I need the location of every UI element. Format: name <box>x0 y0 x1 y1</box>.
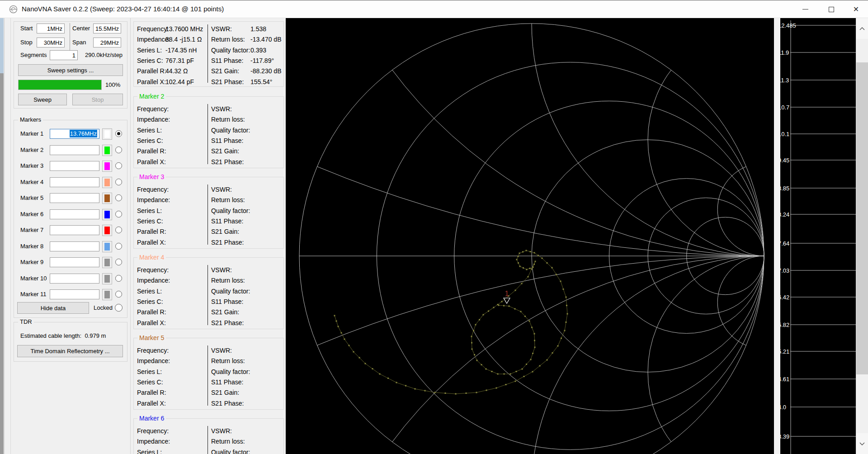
marker-data-section: Frequency:13.7600 MHzVSWR:1.538Impedance… <box>133 21 284 87</box>
marker-select-radio[interactable] <box>115 275 122 282</box>
edge-strip-top <box>0 18 4 73</box>
field-label: Frequency: <box>137 427 169 435</box>
section-column-divider <box>208 104 208 164</box>
close-button[interactable]: ✕ <box>844 1 868 18</box>
marker-color-fill <box>104 162 110 170</box>
title-bar: NanoVNA Saver 0.2.2 (Sweep: 2023-04-27 1… <box>0 0 868 18</box>
edge-strip-bottom <box>0 73 4 454</box>
marker-select-radio[interactable] <box>115 147 122 153</box>
field-label: VSWR: <box>211 105 232 113</box>
sweep-progress-bar <box>18 80 102 90</box>
marker-frequency-input[interactable] <box>50 241 99 251</box>
marker-color-swatch[interactable] <box>102 241 112 252</box>
marker-color-swatch[interactable] <box>102 289 112 300</box>
section-column-divider <box>208 24 208 83</box>
marker-row-label: Marker 9 <box>20 257 43 267</box>
marker-color-swatch[interactable] <box>102 193 112 204</box>
segments-input[interactable] <box>50 50 78 60</box>
field-label: Frequency: <box>137 25 169 33</box>
field-label: S21 Gain: <box>211 228 239 236</box>
marker-color-swatch[interactable] <box>102 161 112 172</box>
marker-section-title: Marker 5 <box>137 335 166 341</box>
marker-color-swatch[interactable] <box>102 209 112 220</box>
marker-row-label: Marker 11 <box>20 289 47 299</box>
tdr-button[interactable]: Time Domain Reflectometry ... <box>17 345 123 357</box>
smith-chart[interactable]: 1 <box>286 18 774 454</box>
field-label: S21 Phase: <box>211 400 244 407</box>
marker-frequency-input[interactable] <box>50 145 99 155</box>
marker-frequency-input[interactable] <box>50 274 99 284</box>
field-label: Parallel R: <box>137 389 166 397</box>
scroll-up-button[interactable] <box>856 18 868 39</box>
field-label: Parallel X: <box>137 319 166 327</box>
marker-select-radio[interactable] <box>115 130 122 137</box>
stop-input[interactable] <box>37 38 65 47</box>
marker-frequency-input[interactable] <box>50 257 99 267</box>
field-value: 102.44 pF <box>165 78 194 86</box>
marker-frequency-input[interactable]: 13.76MHz <box>50 129 99 139</box>
marker-row-label: Marker 10 <box>20 274 47 284</box>
stop-label: Stop <box>20 38 33 47</box>
marker-frequency-input[interactable] <box>50 209 99 219</box>
marker-color-swatch[interactable] <box>102 145 112 156</box>
vertical-scrollbar[interactable] <box>856 18 868 454</box>
cable-length-label-text: Estimated cable length: <box>20 332 81 339</box>
marker-select-radio[interactable] <box>115 179 122 185</box>
marker-color-swatch[interactable] <box>102 225 112 236</box>
marker-select-radio[interactable] <box>115 162 122 169</box>
marker-section-title: Marker 4 <box>137 254 166 261</box>
marker-frequency-input[interactable] <box>50 289 99 299</box>
marker-select-radio[interactable] <box>115 291 122 298</box>
start-input[interactable] <box>37 24 65 33</box>
marker-select-radio[interactable] <box>115 243 122 250</box>
svg-text:11.9: 11.9 <box>780 49 789 56</box>
marker-select-radio[interactable] <box>115 227 122 233</box>
field-label: Quality factor: <box>211 207 250 215</box>
sweep-settings-button[interactable]: Sweep settings ... <box>18 64 123 76</box>
field-label: S21 Phase: <box>211 78 244 86</box>
locked-checkbox[interactable] <box>115 304 123 312</box>
marker-frequency-input[interactable] <box>50 193 99 203</box>
hide-data-button[interactable]: Hide data <box>17 302 89 314</box>
marker-select-radio[interactable] <box>115 259 122 265</box>
section-column-divider <box>208 184 208 245</box>
marker-frequency-input[interactable] <box>50 161 99 171</box>
minimize-button[interactable] <box>793 1 818 18</box>
field-label: Series L: <box>137 127 162 134</box>
svg-text:3.39: 3.39 <box>780 433 789 440</box>
main-content: Start Center Stop Span Segments 290.0kHz… <box>0 18 868 454</box>
center-input[interactable] <box>93 24 121 33</box>
field-label: S21 Gain: <box>211 389 239 397</box>
center-label: Center <box>72 24 90 33</box>
section-column-divider <box>208 345 208 406</box>
marker-color-swatch[interactable] <box>102 257 112 268</box>
cable-length-label: Estimated cable length: 0.979 m <box>20 331 106 341</box>
span-input[interactable] <box>93 38 121 47</box>
marker-color-swatch[interactable] <box>102 273 112 284</box>
panel-separator <box>130 18 131 454</box>
maximize-button[interactable] <box>818 1 844 18</box>
scroll-down-button[interactable] <box>856 433 868 454</box>
marker-color-swatch[interactable] <box>102 128 112 140</box>
field-label: S21 Gain: <box>211 308 239 316</box>
stop-button[interactable]: Stop <box>72 94 123 105</box>
field-label: Parallel X: <box>137 158 166 166</box>
field-label: S11 Phase: <box>211 378 243 386</box>
sweep-button[interactable]: Sweep <box>18 94 67 105</box>
marker-color-fill <box>104 275 110 283</box>
marker-select-radio[interactable] <box>115 194 122 201</box>
marker-select-radio[interactable] <box>115 211 122 218</box>
field-label: VSWR: <box>211 186 232 194</box>
marker-data-section: Marker 6Frequency:VSWR:Impedance:Return … <box>133 418 284 454</box>
chevron-up-icon <box>859 27 865 30</box>
marker-frequency-input[interactable] <box>50 177 99 187</box>
marker-color-fill <box>104 291 110 298</box>
marker-section-title: Marker 6 <box>137 415 166 422</box>
marker-section-title: Marker 2 <box>137 93 166 100</box>
field-value: -13.470 dB <box>250 36 282 43</box>
marker-frequency-input[interactable] <box>50 225 99 235</box>
scrollbar-thumb[interactable] <box>856 62 868 374</box>
field-label: VSWR: <box>211 427 232 435</box>
marker-color-swatch[interactable] <box>102 177 112 188</box>
svg-text:11.3: 11.3 <box>780 77 789 84</box>
